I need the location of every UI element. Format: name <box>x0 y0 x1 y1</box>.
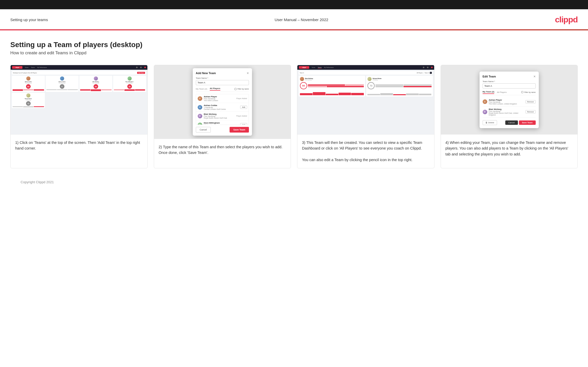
dialog-header: Add New Team × <box>196 71 249 75</box>
edit-team-dialog: Edit Team × Team Name * Team A My Team (… <box>480 72 539 128</box>
card-2-text: 2) Type the name of this Team and then s… <box>154 139 291 168</box>
trash-icon: 🗑 <box>485 121 488 124</box>
delete-button[interactable]: 🗑 Delete <box>483 120 497 125</box>
dialog-title: Add New Team <box>196 72 216 75</box>
card-1-screenshot: clippd Home Teams My Performance Viewing… <box>11 65 147 135</box>
player-avatar-2: A <box>198 105 202 110</box>
save-team-button[interactable]: Save Team <box>230 127 249 133</box>
player-info-4: Dave Billingham 1.5 HandicapThe Dog Mayi… <box>204 122 239 125</box>
card-3: clippd Home Teams My Performance Team A <box>297 65 434 168</box>
player-status-1: Player Added <box>236 98 247 99</box>
page-title: Setting up a Team of players (desktop) <box>10 41 578 49</box>
player-club-2: 1 HandicapCentral London Golf Centre <box>204 107 239 110</box>
player-name-4: Dave Billingham <box>204 122 239 124</box>
logo: clippd <box>555 15 578 24</box>
cancel-button[interactable]: Cancel <box>196 127 211 133</box>
edit-player-avatar-1: A <box>483 99 487 104</box>
card-1: clippd Home Teams My Performance Viewing… <box>10 65 148 168</box>
edit-dialog-title: Edit Team <box>483 75 496 78</box>
card-4-text: 4) When editing your Team, you can chang… <box>441 135 578 168</box>
delete-label: Delete <box>488 121 494 124</box>
page-subtitle: How to create and edit Teams in Clippd <box>10 50 578 56</box>
edit-player-name-2: Blair McHarg <box>489 108 524 110</box>
footer: Copyright Clippd 2021 <box>10 176 578 188</box>
edit-dialog-tabs: My Team (2) All Players Filter by name <box>483 91 536 95</box>
team-name-input[interactable]: Team A <box>196 80 249 85</box>
edit-close-icon[interactable]: × <box>534 75 536 78</box>
player-row-3: B Blair McHarg Plus HandicapRoyal North … <box>196 112 249 120</box>
player-club-3: Plus HandicapRoyal North Devon Golf Club <box>204 115 235 119</box>
add-player-4-button[interactable]: Add <box>240 123 247 125</box>
add-team-dialog: Add New Team × Team Name * Team A My Tea… <box>193 68 252 136</box>
edit-player-info-2: Blair McHarg Plus HandicapRoyal North De… <box>489 108 524 116</box>
edit-filter-by-name: Filter by name <box>521 91 535 93</box>
filter-checkbox[interactable] <box>234 88 237 90</box>
player-avatar-4: D <box>198 123 202 125</box>
header-section-label: Setting up your teams <box>10 18 48 22</box>
edit-player-list: A Adrian Player Plus HandicapThe Shire L… <box>483 97 536 118</box>
card-2-bg: Add New Team × Team Name * Team A My Tea… <box>154 65 291 139</box>
edit-footer: 🗑 Delete Cancel Save Team <box>483 120 536 125</box>
edit-save-team-button[interactable]: Save Team <box>519 120 536 125</box>
edit-player-club-2: Plus HandicapRoyal North Devon Golf Club… <box>489 110 524 116</box>
close-icon[interactable]: × <box>247 71 249 75</box>
edit-player-avatar-2: B <box>483 110 487 114</box>
player-name-1: Adrian Player <box>204 95 235 98</box>
player-avatar-1: A <box>198 96 202 101</box>
card-1-text: 1) Click on 'Teams' at the top of the sc… <box>11 135 147 168</box>
dialog-tabs: My Team (2) All Players Filter by name <box>196 87 249 92</box>
edit-action-buttons: Cancel Save Team <box>505 120 536 125</box>
player-row-4: D Dave Billingham 1.5 HandicapThe Dog Ma… <box>196 120 249 125</box>
edit-cancel-button[interactable]: Cancel <box>505 120 518 125</box>
main-content: Setting up a Team of players (desktop) H… <box>0 30 588 196</box>
edit-dialog-header: Edit Team × <box>483 75 536 78</box>
player-info-2: Adrian Coliba 1 HandicapCentral London G… <box>204 104 239 110</box>
player-list: A Adrian Player Plus HandicapThe Shire L… <box>196 94 249 125</box>
card-2-screenshot: Add New Team × Team Name * Team A My Tea… <box>154 65 291 139</box>
copyright-text: Copyright Clippd 2021 <box>21 180 54 184</box>
tab-all-players[interactable]: All Players <box>210 87 220 91</box>
edit-player-club-1: Plus HandicapThe Shire London, United Ki… <box>489 101 524 105</box>
player-avatar-3: B <box>198 114 202 118</box>
player-row-1: A Adrian Player Plus HandicapThe Shire L… <box>196 94 249 103</box>
header-manual-title: User Manual – November 2022 <box>275 18 328 22</box>
card-4-bg: Edit Team × Team Name * Team A My Team (… <box>441 65 578 134</box>
cards-row: clippd Home Teams My Performance Viewing… <box>10 65 578 168</box>
edit-player-name-1: Adrian Player <box>489 99 524 101</box>
filter-by-name: Filter by name <box>234 88 249 90</box>
edit-player-row-2: B Blair McHarg Plus HandicapRoyal North … <box>483 107 536 118</box>
top-bar <box>0 0 588 9</box>
add-player-2-button[interactable]: Add <box>240 106 247 109</box>
remove-player-2-button[interactable]: Remove <box>525 110 536 113</box>
card-2: Add New Team × Team Name * Team A My Tea… <box>154 65 291 168</box>
player-name-3: Blair McHarg <box>204 113 235 115</box>
edit-player-row-1: A Adrian Player Plus HandicapThe Shire L… <box>483 97 536 107</box>
edit-tab-all-players[interactable]: All Players <box>497 91 507 93</box>
card-4: Edit Team × Team Name * Team A My Team (… <box>441 65 578 168</box>
team-name-label: Team Name * <box>196 77 249 79</box>
edit-team-name-label: Team Name * <box>483 80 536 83</box>
edit-team-name-input[interactable]: Team A <box>483 83 536 89</box>
player-info-3: Blair McHarg Plus HandicapRoyal North De… <box>204 113 235 119</box>
player-status-3: Player Added <box>236 115 247 117</box>
player-club-1: Plus HandicapThe Shire London <box>204 98 235 101</box>
tab-my-team[interactable]: My Team (2) <box>196 88 207 90</box>
edit-tab-my-team[interactable]: My Team (2) <box>483 91 494 94</box>
edit-filter-checkbox[interactable] <box>521 91 523 93</box>
card-4-screenshot: Edit Team × Team Name * Team A My Team (… <box>441 65 578 135</box>
remove-player-1-button[interactable]: Remove <box>525 100 536 103</box>
card-3-screenshot: clippd Home Teams My Performance Team A <box>297 65 434 135</box>
dialog-footer: Cancel Save Team <box>196 127 249 133</box>
player-row-2: A Adrian Coliba 1 HandicapCentral London… <box>196 103 249 112</box>
edit-player-info-1: Adrian Player Plus HandicapThe Shire Lon… <box>489 99 524 105</box>
player-club-4: 1.5 HandicapThe Dog Maying Golf Club <box>204 124 239 125</box>
player-info-1: Adrian Player Plus HandicapThe Shire Lon… <box>204 95 235 101</box>
header: Setting up your teams User Manual – Nove… <box>0 9 588 29</box>
player-name-2: Adrian Coliba <box>204 104 239 107</box>
card-3-text: 3) This Team will then be created. You c… <box>297 135 434 168</box>
